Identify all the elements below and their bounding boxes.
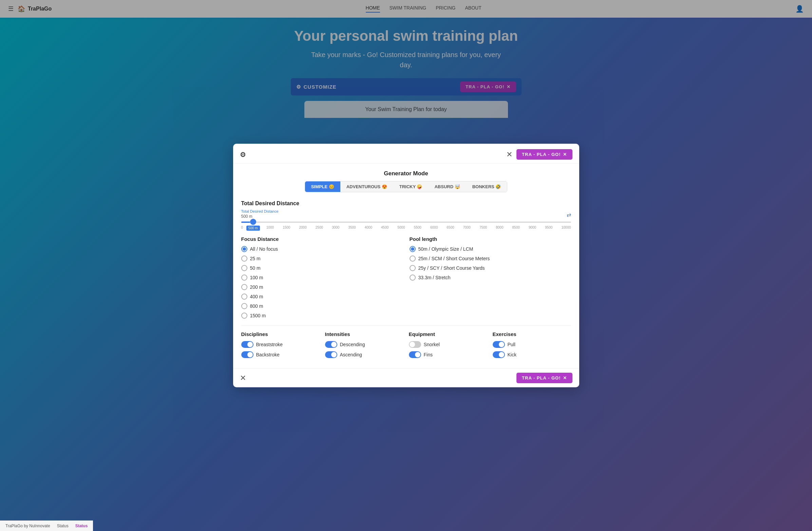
discipline-breaststroke: Breaststroke: [241, 341, 320, 348]
slider-fill: [241, 222, 250, 223]
focus-100m[interactable]: 100 m: [241, 275, 403, 281]
slider-marks: 0 500 1000 1500 2000 2500 3000 3500 4000…: [241, 226, 571, 229]
pool-50m[interactable]: 50m / Olympic Size / LCM: [409, 246, 571, 252]
intensity-descending: Descending: [325, 341, 404, 348]
distance-section: Total Desired Distance Total Desired Dis…: [241, 200, 571, 229]
focus-all-radio[interactable]: [241, 246, 247, 252]
slider-top-label: Total Desired Distance: [241, 209, 279, 213]
breaststroke-toggle[interactable]: [241, 341, 253, 348]
mode-bonkers[interactable]: BONKERS 🤣: [466, 181, 507, 192]
focus-400m-radio[interactable]: [241, 294, 247, 299]
disciplines-title: Disciplines: [241, 331, 320, 337]
snorkel-toggle[interactable]: [409, 341, 421, 348]
focus-distance-options: All / No focus 25 m 50 m 100 m: [241, 246, 403, 319]
slider-track: 500 m: [241, 222, 571, 223]
mode-tabs: SIMPLE 😊 ADVENTUROUS 😍 TRICKY 🤪 ABSURD 🤯…: [305, 181, 508, 192]
generator-mode-title: Generator Mode: [241, 170, 571, 177]
footer-tra-label: TRA - PLA - GO!: [522, 375, 561, 380]
focus-all[interactable]: All / No focus: [241, 246, 403, 252]
exercises-title: Exercises: [493, 331, 571, 337]
intensities-title: Intensities: [325, 331, 404, 337]
mode-absurd[interactable]: ABSURD 🤯: [428, 181, 466, 192]
snorkel-label: Snorkel: [424, 342, 440, 347]
modal-gear-icon[interactable]: ⚙: [240, 151, 246, 159]
focus-1500m-radio[interactable]: [241, 312, 247, 319]
equipment-fins: Fins: [409, 351, 487, 358]
exercise-pull: Pull: [493, 341, 571, 348]
distance-title: Total Desired Distance: [241, 200, 571, 207]
modal-close-icon: ✕: [506, 150, 512, 159]
kick-label: Kick: [508, 352, 517, 358]
footer-close-button[interactable]: ✕: [240, 374, 246, 382]
modal-footer: ✕ TRA - PLA - GO! ✕: [233, 368, 579, 387]
exercise-kick: Kick: [493, 351, 571, 358]
pool-25y[interactable]: 25y / SCY / Short Course Yards: [409, 265, 571, 271]
focus-1500m[interactable]: 1500 m: [241, 312, 403, 319]
focus-800m[interactable]: 800 m: [241, 303, 403, 309]
equipment-snorkel: Snorkel: [409, 341, 487, 348]
pool-50m-radio[interactable]: [409, 246, 416, 252]
equipment-title: Equipment: [409, 331, 487, 337]
ascending-label: Ascending: [340, 352, 362, 358]
focus-50m-radio[interactable]: [241, 265, 247, 271]
focus-800m-radio[interactable]: [241, 303, 247, 309]
kick-toggle[interactable]: [493, 351, 505, 358]
footer-tra-icon: ✕: [563, 375, 567, 380]
bottom-sections: Disciplines Breaststroke Backstroke Inte…: [241, 325, 571, 362]
fins-label: Fins: [424, 352, 433, 358]
focus-distance-title: Focus Distance: [241, 236, 403, 242]
modal-tra-close-icon: ✕: [563, 152, 567, 157]
slider-reset-icon[interactable]: ⇄: [567, 212, 571, 218]
pool-length-options: 50m / Olympic Size / LCM 25m / SCM / Sho…: [409, 246, 571, 281]
pool-25y-radio[interactable]: [409, 265, 416, 271]
focus-100m-radio[interactable]: [241, 275, 247, 281]
modal-tra-pla-go-button[interactable]: TRA - PLA - GO! ✕: [517, 149, 572, 160]
disciplines-col: Disciplines Breaststroke Backstroke: [241, 331, 320, 362]
pool-length-title: Pool length: [409, 236, 571, 242]
focus-200m[interactable]: 200 m: [241, 284, 403, 290]
mode-simple[interactable]: SIMPLE 😊: [305, 181, 340, 192]
modal-header: ⚙ ✕ TRA - PLA - GO! ✕: [233, 144, 579, 164]
descending-toggle[interactable]: [325, 341, 337, 348]
focus-400m[interactable]: 400 m: [241, 294, 403, 299]
pull-toggle[interactable]: [493, 341, 505, 348]
focus-25m-radio[interactable]: [241, 255, 247, 262]
pull-label: Pull: [508, 342, 516, 347]
descending-label: Descending: [340, 342, 365, 347]
footer-brand: TraPlaGo by NuInnovate: [5, 523, 50, 528]
modal-tra-label: TRA - PLA - GO!: [522, 152, 561, 157]
footer-close-icon: ✕: [240, 374, 246, 382]
focus-distance-col: Focus Distance All / No focus 25 m 50: [241, 236, 403, 319]
focus-50m[interactable]: 50 m: [241, 265, 403, 271]
ascending-toggle[interactable]: [325, 351, 337, 358]
slider-thumb[interactable]: [250, 219, 256, 225]
footer-status: TraPlaGo by NuInnovate Status Status: [0, 520, 93, 531]
footer-status-link[interactable]: Status: [75, 523, 88, 528]
intensities-col: Intensities Descending Ascending: [325, 331, 404, 362]
intensity-ascending: Ascending: [325, 351, 404, 358]
fins-toggle[interactable]: [409, 351, 421, 358]
customize-modal: ⚙ ✕ TRA - PLA - GO! ✕ Generator Mode SIM…: [233, 144, 579, 387]
focus-200m-radio[interactable]: [241, 284, 247, 290]
modal-overlay: ⚙ ✕ TRA - PLA - GO! ✕ Generator Mode SIM…: [0, 0, 812, 531]
equipment-col: Equipment Snorkel Fins: [409, 331, 487, 362]
footer-tra-pla-go-button[interactable]: TRA - PLA - GO! ✕: [517, 373, 572, 383]
pool-333m[interactable]: 33.3m / Stretch: [409, 275, 571, 281]
slider-tooltip: 500 m: [246, 226, 260, 231]
modal-close-button[interactable]: ✕: [506, 150, 512, 159]
slider-thumb-wrapper: 500 m: [250, 219, 256, 225]
discipline-backstroke: Backstroke: [241, 351, 320, 358]
focus-pool-section: Focus Distance All / No focus 25 m 50: [241, 236, 571, 319]
backstroke-toggle[interactable]: [241, 351, 253, 358]
slider-value: 500 m: [241, 214, 279, 219]
pool-25m[interactable]: 25m / SCM / Short Course Meters: [409, 255, 571, 262]
exercises-col: Exercises Pull Kick: [493, 331, 571, 362]
pool-25m-radio[interactable]: [409, 255, 416, 262]
mode-adventurous[interactable]: ADVENTUROUS 😍: [340, 181, 393, 192]
breaststroke-label: Breaststroke: [256, 342, 283, 347]
mode-tricky[interactable]: TRICKY 🤪: [393, 181, 429, 192]
modal-body: Generator Mode SIMPLE 😊 ADVENTUROUS 😍 TR…: [233, 164, 579, 368]
pool-333m-radio[interactable]: [409, 275, 416, 281]
pool-length-col: Pool length 50m / Olympic Size / LCM 25m…: [409, 236, 571, 319]
focus-25m[interactable]: 25 m: [241, 255, 403, 262]
